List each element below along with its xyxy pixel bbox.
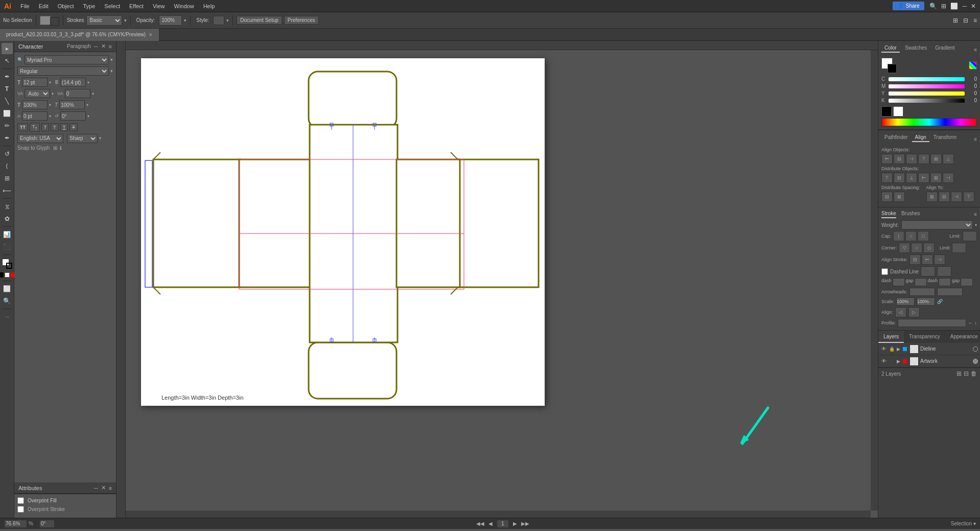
all-caps-button[interactable]: TT bbox=[17, 123, 28, 131]
dist-bottom-button[interactable]: ⊥ bbox=[906, 173, 917, 183]
horizontal-scrollbar[interactable] bbox=[126, 511, 871, 518]
preferences-button[interactable]: Preferences bbox=[284, 16, 319, 25]
leading-chevron[interactable]: ▾ bbox=[87, 80, 89, 85]
subscript-button[interactable]: T bbox=[51, 123, 59, 131]
antialias-select[interactable]: Sharp bbox=[67, 134, 98, 143]
align-center-h-button[interactable]: ⊟ bbox=[894, 154, 905, 164]
brushes-tab[interactable]: Brushes bbox=[901, 211, 920, 218]
window-icon[interactable]: ⬜ bbox=[950, 3, 958, 10]
tracking-input[interactable] bbox=[65, 89, 90, 98]
profile-flip-v-icon[interactable]: ↕ bbox=[975, 320, 977, 326]
panel-toggle-icon[interactable]: ⊟ bbox=[963, 17, 968, 24]
color-mode-wheel[interactable] bbox=[969, 61, 977, 70]
pencil-tool[interactable]: ✒ bbox=[2, 132, 13, 144]
align-to-selection-button[interactable]: ⊞ bbox=[926, 192, 938, 202]
link-scale-icon[interactable]: 🔗 bbox=[937, 299, 943, 304]
opacity-chevron[interactable]: ▾ bbox=[184, 18, 186, 23]
zoom-tool[interactable]: 🔍 bbox=[2, 295, 13, 307]
next-page-btn[interactable]: ▶ bbox=[513, 521, 517, 526]
superscript-button[interactable]: T bbox=[41, 123, 50, 131]
tracking-chevron[interactable]: ▾ bbox=[92, 91, 94, 96]
stroke-tab[interactable]: Stroke bbox=[881, 211, 896, 218]
menu-view[interactable]: View bbox=[149, 2, 169, 10]
font-family-chevron[interactable]: ▾ bbox=[110, 57, 113, 62]
overprint-stroke-checkbox[interactable] bbox=[17, 506, 24, 513]
make-sublayer-icon[interactable]: ⊞ bbox=[956, 370, 962, 377]
dist-left-button[interactable]: ⊢ bbox=[918, 173, 929, 183]
dashed-line-checkbox[interactable] bbox=[881, 268, 888, 275]
menu-effect[interactable]: Effect bbox=[125, 2, 148, 10]
align-tab[interactable]: Align bbox=[912, 133, 929, 142]
align-left-button[interactable]: ⊢ bbox=[881, 154, 893, 164]
attributes-menu[interactable]: ≡ bbox=[109, 485, 112, 491]
opacity-input[interactable] bbox=[159, 15, 182, 26]
color-panel-menu[interactable]: ≡ bbox=[974, 47, 977, 53]
stroke-align-outside-btn[interactable]: ⊣ bbox=[934, 255, 945, 265]
align-to-page-button[interactable]: ⊤ bbox=[963, 192, 974, 202]
vert-scale-chevron[interactable]: ▾ bbox=[86, 103, 88, 107]
close-icon[interactable]: ✕ bbox=[971, 3, 976, 10]
m-slider[interactable] bbox=[889, 84, 965, 88]
arrange-windows-icon[interactable]: ⊞ bbox=[941, 3, 946, 10]
overprint-fill-checkbox[interactable] bbox=[17, 497, 24, 504]
antialias-chevron[interactable]: ▾ bbox=[99, 136, 101, 141]
column-graph-tool[interactable]: 📊 bbox=[2, 229, 13, 240]
align-end-btn[interactable]: ▷ bbox=[908, 307, 920, 317]
artwork-visibility-icon[interactable]: 👁 bbox=[880, 358, 888, 365]
symbol-tool[interactable]: ✿ bbox=[2, 213, 13, 224]
k-slider[interactable] bbox=[889, 99, 965, 103]
canvas-area[interactable]: Length=3in Width=3in Depth=3in bbox=[116, 41, 878, 518]
underline-button[interactable]: T bbox=[60, 123, 68, 131]
menu-select[interactable]: Select bbox=[100, 2, 124, 10]
direct-selection-tool[interactable]: ↖ bbox=[2, 55, 13, 66]
rotation-input[interactable] bbox=[39, 520, 55, 528]
vert-scale-input[interactable] bbox=[59, 100, 85, 109]
search-icon[interactable]: 🔍 bbox=[929, 3, 937, 10]
butt-cap-button[interactable]: | bbox=[893, 231, 904, 241]
limits-value-btn[interactable] bbox=[952, 243, 966, 253]
leading-input[interactable] bbox=[60, 78, 86, 87]
weight-select[interactable] bbox=[901, 220, 973, 229]
panel-minimize[interactable]: ─ bbox=[94, 43, 98, 50]
white-color-swatch[interactable] bbox=[893, 106, 903, 117]
layers-tab[interactable]: Layers bbox=[878, 331, 904, 343]
dist-space-v-button[interactable]: ⊟ bbox=[881, 192, 893, 202]
dieline-layer-row[interactable]: 👁 🔒 ▶ Dieline bbox=[878, 343, 980, 355]
paragraph-tab[interactable]: Paragraph bbox=[67, 43, 91, 49]
horiz-scale-input[interactable] bbox=[22, 100, 48, 109]
scale-tool[interactable]: ⊞ bbox=[2, 173, 13, 184]
weight-chevron[interactable]: ▾ bbox=[975, 223, 977, 227]
rotation-chevron[interactable]: ▾ bbox=[87, 114, 89, 119]
make-layer-icon[interactable]: ⊟ bbox=[964, 370, 969, 377]
prev-page-icon[interactable]: ◀◀ bbox=[476, 521, 484, 526]
fill-color-swatch[interactable] bbox=[40, 16, 51, 25]
fill-stroke-color-boxes[interactable] bbox=[881, 58, 897, 73]
c-slider[interactable] bbox=[889, 77, 965, 81]
tab-close-icon[interactable]: ✕ bbox=[149, 32, 153, 37]
font-family-select[interactable]: Myriad Pro bbox=[25, 55, 109, 64]
dieline-visibility-icon[interactable]: 👁 bbox=[880, 345, 888, 353]
rotate-tool[interactable]: ↺ bbox=[2, 148, 13, 159]
menu-edit[interactable]: Edit bbox=[35, 2, 53, 10]
style-chevron[interactable]: ▾ bbox=[226, 18, 229, 23]
line-tool[interactable]: ╲ bbox=[2, 96, 13, 107]
white-swatch[interactable] bbox=[5, 272, 10, 278]
appearance-tab[interactable]: Appearance bbox=[945, 331, 980, 343]
attributes-close[interactable]: ✕ bbox=[101, 484, 106, 491]
strikethrough-button[interactable]: T bbox=[69, 123, 78, 131]
gap-value-1-input[interactable] bbox=[915, 278, 927, 286]
delete-layer-icon[interactable]: 🗑 bbox=[971, 370, 977, 377]
small-caps-button[interactable]: TT bbox=[30, 123, 40, 132]
stroke-profile-select[interactable]: Basic bbox=[86, 15, 122, 26]
artwork-target-icon[interactable] bbox=[973, 359, 978, 364]
panel-close[interactable]: ✕ bbox=[101, 43, 106, 50]
vertical-scrollbar[interactable] bbox=[871, 50, 878, 511]
swatches-tab[interactable]: Swatches bbox=[902, 44, 930, 53]
fill-stroke-indicator[interactable] bbox=[2, 258, 13, 269]
align-to-key-button[interactable]: ⊟ bbox=[939, 192, 950, 202]
stroke-panel-menu[interactable]: ≡ bbox=[974, 212, 977, 217]
page-number-input[interactable] bbox=[497, 520, 509, 528]
dist-center-v-button[interactable]: ⊟ bbox=[894, 173, 905, 183]
style-swatch[interactable] bbox=[213, 16, 224, 25]
black-color-swatch[interactable] bbox=[881, 106, 892, 117]
